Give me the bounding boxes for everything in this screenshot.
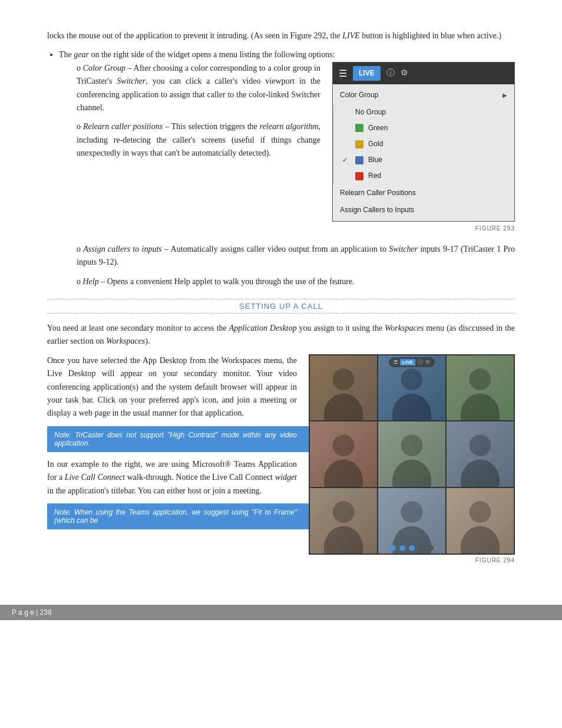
grid-cell-6 — [447, 421, 514, 487]
submenu-red: Red — [334, 168, 514, 184]
dot-1 — [390, 545, 396, 551]
sub-item-assign: Assign callers to inputs – Automatically… — [77, 243, 515, 269]
svg-point-12 — [324, 526, 363, 554]
bullet-gear: The gear on the right side of the widget… — [59, 48, 515, 288]
svg-point-11 — [470, 435, 491, 457]
intro-paragraph: locks the mouse out of the application t… — [47, 29, 515, 42]
figure-293-box: ☰ LIVE ⓘ ⚙ Color Group ▶ — [332, 62, 515, 222]
svg-point-16 — [461, 526, 500, 554]
figure-294-container: ☰ LIVE ⓘ ⚙ — [309, 354, 515, 564]
submenu-label-no-group: No Group — [355, 107, 386, 118]
checkmark-no-group — [342, 107, 351, 117]
section-divider-top — [47, 299, 515, 299]
svg-point-0 — [324, 393, 363, 420]
fig294-bottom-dots — [390, 545, 434, 551]
dot-2 — [399, 545, 405, 551]
menu-label-assign: Assign Callers to Inputs — [340, 205, 414, 216]
grid-cell-5 — [378, 421, 445, 487]
gear-icon: ⚙ — [401, 67, 408, 80]
fig294-hamburger-icon: ☰ — [394, 360, 398, 365]
note-2-text: Note: When using the Teams application, … — [54, 508, 297, 525]
setting-up-para1: You need at least one secondary monitor … — [47, 322, 515, 348]
menu-label-relearn: Relearn Caller Positions — [340, 187, 416, 199]
hamburger-icon: ☰ — [339, 66, 347, 81]
grid-cell-7 — [310, 488, 377, 554]
color-dot-red — [355, 172, 363, 180]
svg-point-6 — [324, 460, 363, 487]
submenu-green: Green — [334, 120, 514, 136]
menu-label-color-group: Color Group — [340, 90, 378, 101]
color-dot-gold — [355, 140, 363, 149]
page-number: P a g e | 238 — [12, 608, 52, 617]
figure-293-container: ☰ LIVE ⓘ ⚙ Color Group ▶ — [332, 62, 515, 233]
submenu-no-group: No Group — [334, 104, 514, 120]
grid-cell-4 — [310, 421, 377, 487]
grid-cell-1 — [310, 355, 377, 421]
svg-point-15 — [401, 501, 423, 523]
section-divider-bottom — [47, 313, 515, 314]
checkmark-green — [342, 123, 351, 134]
checkmark-red — [342, 171, 351, 182]
question-icon: ⓘ — [386, 67, 395, 80]
menu-item-relearn: Relearn Caller Positions — [333, 185, 514, 202]
submenu-blue: ✓ Blue — [334, 152, 514, 168]
svg-point-17 — [470, 501, 491, 523]
svg-point-9 — [401, 435, 423, 457]
figure-294-caption: FIGURE 294 — [309, 557, 515, 564]
fig294-top-bar: ☰ LIVE ⓘ ⚙ — [389, 357, 435, 367]
figure-294-image: ☰ LIVE ⓘ ⚙ — [309, 354, 515, 555]
grid-cell-9 — [447, 488, 514, 554]
sub-item-help: Help – Opens a convenient Help applet to… — [77, 275, 515, 288]
fig293-menu: Color Group ▶ No Group — [333, 84, 514, 221]
grid-cell-8 — [378, 488, 445, 554]
submenu-arrow: ▶ — [503, 91, 507, 100]
svg-point-10 — [461, 460, 500, 487]
menu-item-color-group: Color Group ▶ — [333, 87, 514, 104]
checkmark-blue: ✓ — [342, 155, 351, 166]
svg-point-5 — [470, 368, 491, 390]
fig294-live-label: LIVE — [400, 359, 415, 365]
fig294-question-icon: ⓘ — [418, 358, 423, 366]
color-dot-green — [355, 124, 363, 132]
page-footer: P a g e | 238 — [0, 605, 562, 620]
grid-cell-3 — [447, 355, 514, 421]
figure-293-caption: FIGURE 293 — [332, 224, 515, 233]
svg-point-1 — [333, 368, 355, 390]
live-button: LIVE — [353, 66, 381, 81]
menu-item-assign: Assign Callers to Inputs — [333, 202, 514, 219]
svg-point-2 — [392, 393, 431, 420]
dot-4 — [418, 545, 424, 551]
submenu-label-blue: Blue — [368, 154, 382, 166]
svg-point-13 — [333, 501, 355, 523]
color-dot-blue — [355, 156, 363, 164]
svg-point-7 — [333, 435, 355, 457]
fig293-header: ☰ LIVE ⓘ ⚙ — [333, 62, 514, 85]
fig294-grid — [309, 354, 515, 555]
fig294-section: ☰ LIVE ⓘ ⚙ — [47, 354, 515, 569]
fig294-gear-icon: ⚙ — [425, 359, 430, 365]
dot-5 — [428, 545, 434, 551]
submenu-label-green: Green — [368, 123, 388, 134]
submenu-label-red: Red — [368, 170, 381, 182]
submenu-label-gold: Gold — [368, 139, 383, 150]
dot-3 — [409, 545, 415, 551]
note-1-text: Note: TriCaster does not support "High C… — [54, 431, 297, 447]
fig293-submenu: No Group Green Gold — [333, 104, 514, 185]
submenu-gold: Gold — [334, 136, 514, 152]
svg-point-8 — [392, 460, 431, 487]
section-title: SETTING UP A CALL — [47, 302, 515, 311]
checkmark-gold — [342, 139, 351, 150]
svg-point-4 — [461, 393, 500, 420]
svg-point-3 — [401, 368, 423, 390]
